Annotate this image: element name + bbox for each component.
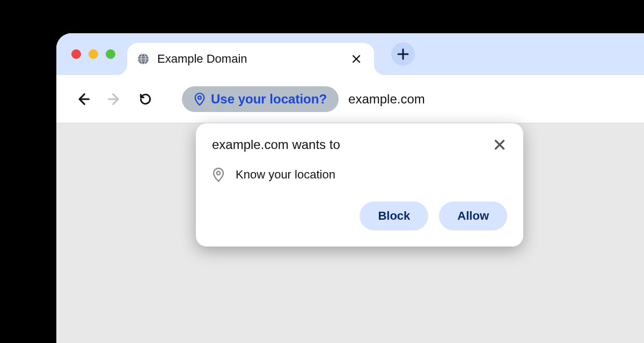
- toolbar: Use your location? example.com: [56, 75, 644, 123]
- back-button[interactable]: [72, 88, 94, 110]
- location-pin-icon: [212, 167, 225, 182]
- url-text: example.com: [348, 92, 425, 107]
- browser-tab[interactable]: Example Domain: [127, 43, 374, 75]
- browser-window: Example Domain: [56, 33, 644, 343]
- popover-permission-text: Know your location: [236, 168, 335, 182]
- location-pin-icon: [194, 92, 206, 106]
- svg-point-3: [198, 96, 201, 99]
- globe-icon: [137, 53, 150, 65]
- window-controls: [71, 49, 115, 59]
- block-button[interactable]: Block: [360, 202, 428, 230]
- tab-close-button[interactable]: [350, 53, 362, 65]
- new-tab-button[interactable]: [391, 42, 415, 66]
- window-zoom-button[interactable]: [106, 49, 115, 59]
- address-bar[interactable]: Use your location? example.com: [182, 86, 425, 112]
- popover-title: example.com wants to: [212, 137, 340, 152]
- page-content: example.com wants to Know your location: [56, 123, 644, 343]
- popover-actions: Block Allow: [212, 202, 507, 230]
- allow-button[interactable]: Allow: [439, 202, 507, 230]
- tab-strip: Example Domain: [56, 33, 644, 75]
- reload-button[interactable]: [135, 88, 156, 110]
- permission-popover: example.com wants to Know your location: [196, 123, 523, 247]
- popover-close-button[interactable]: [492, 137, 507, 152]
- forward-button[interactable]: [104, 88, 125, 110]
- popover-permission-row: Know your location: [212, 164, 507, 190]
- permission-chip-label: Use your location?: [211, 92, 327, 107]
- permission-chip[interactable]: Use your location?: [182, 86, 339, 112]
- tab-title: Example Domain: [157, 52, 247, 66]
- window-minimize-button[interactable]: [89, 49, 98, 59]
- window-close-button[interactable]: [71, 49, 81, 59]
- svg-point-4: [217, 172, 220, 175]
- popover-header: example.com wants to: [212, 137, 507, 152]
